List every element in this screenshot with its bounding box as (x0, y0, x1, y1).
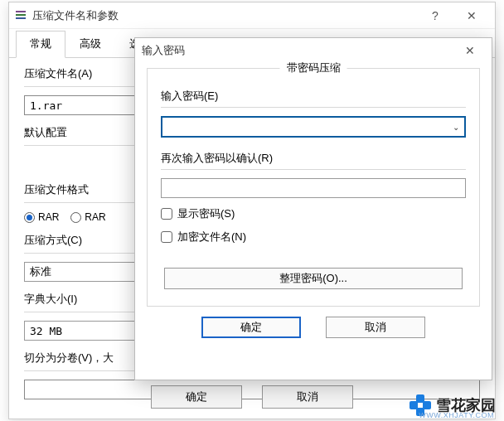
checkbox-icon (161, 208, 172, 220)
divider (161, 107, 466, 108)
main-ok-button[interactable]: 确定 (151, 385, 242, 409)
modal-button-row: 确定 取消 (135, 317, 492, 338)
encrypt-names-label: 加密文件名(N) (177, 230, 246, 244)
format-radio-label: RAR (85, 211, 105, 223)
checkbox-icon (161, 231, 172, 243)
divider (161, 169, 466, 170)
main-titlebar: 压缩文件名和参数 ? ✕ (9, 2, 495, 29)
modal-titlebar: 输入密码 ✕ (135, 38, 492, 63)
fieldset-legend: 带密码压缩 (280, 60, 347, 75)
tab-general[interactable]: 常规 (16, 31, 65, 58)
password-label: 输入密码(E) (161, 89, 466, 104)
modal-title: 输入密码 (142, 43, 455, 58)
tab-advanced[interactable]: 高级 (65, 31, 115, 57)
app-icon (14, 9, 27, 22)
watermark-url: WWW.XHJATY.COM (419, 411, 494, 419)
format-radio-rar[interactable]: RAR (24, 211, 59, 223)
password-input[interactable]: ⌄ (161, 116, 466, 138)
modal-ok-button[interactable]: 确定 (201, 317, 301, 338)
show-password-checkbox[interactable]: 显示密码(S) (161, 206, 466, 221)
organize-passwords-button[interactable]: 整理密码(O)... (164, 268, 463, 289)
password-dialog: 输入密码 ✕ 带密码压缩 输入密码(E) ⌄ 再次输入密码以确认(R) 显示密码… (134, 37, 492, 380)
main-cancel-button[interactable]: 取消 (262, 385, 353, 409)
password-confirm-label: 再次输入密码以确认(R) (161, 151, 466, 166)
encrypt-names-checkbox[interactable]: 加密文件名(N) (161, 230, 466, 244)
close-button[interactable]: ✕ (453, 4, 490, 27)
show-password-label: 显示密码(S) (177, 206, 235, 221)
radio-icon (24, 212, 35, 223)
format-radio-rar2[interactable]: RAR (70, 211, 105, 223)
main-title: 压缩文件名和参数 (32, 8, 417, 23)
password-fieldset: 带密码压缩 输入密码(E) ⌄ 再次输入密码以确认(R) 显示密码(S) 加密文… (147, 68, 480, 307)
modal-cancel-button[interactable]: 取消 (326, 317, 425, 338)
password-confirm-input[interactable] (161, 178, 466, 198)
radio-icon (70, 212, 81, 223)
format-radio-label: RAR (38, 211, 59, 223)
help-button[interactable]: ? (417, 4, 453, 27)
modal-close-button[interactable]: ✕ (455, 40, 485, 61)
chevron-down-icon[interactable]: ⌄ (453, 123, 459, 132)
